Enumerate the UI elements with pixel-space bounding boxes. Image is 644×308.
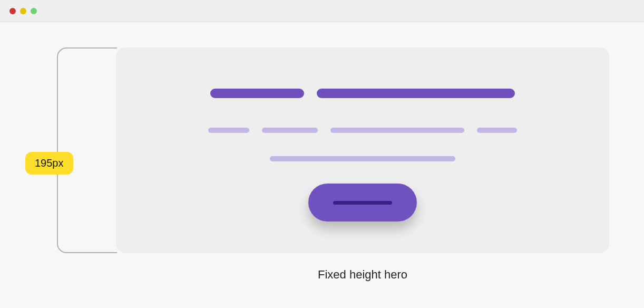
minimize-icon[interactable] <box>20 8 26 14</box>
close-icon[interactable] <box>9 8 16 14</box>
cta-button-placeholder[interactable] <box>308 184 417 222</box>
subtext-placeholder-bar <box>270 156 455 161</box>
diagram-canvas: 195px Fixed he <box>0 22 644 282</box>
heading-placeholder-bar <box>210 89 304 98</box>
heading-placeholder-row <box>210 89 515 98</box>
subtext-placeholder-row <box>208 128 517 133</box>
subtext-placeholder-bar <box>208 128 249 133</box>
maximize-icon[interactable] <box>31 8 37 14</box>
subtext-placeholder-row <box>270 156 455 161</box>
heading-placeholder-bar <box>317 89 515 98</box>
height-label-badge: 195px <box>25 152 73 175</box>
button-label-placeholder <box>333 201 392 205</box>
height-bracket <box>57 47 117 253</box>
diagram-area: 195px <box>35 47 609 253</box>
subtext-placeholder-bar <box>477 128 517 133</box>
diagram-caption: Fixed height hero <box>116 268 609 282</box>
window-chrome <box>0 0 644 22</box>
subtext-placeholder-bar <box>262 128 318 133</box>
hero-card <box>116 47 609 253</box>
subtext-placeholder-bar <box>330 128 464 133</box>
